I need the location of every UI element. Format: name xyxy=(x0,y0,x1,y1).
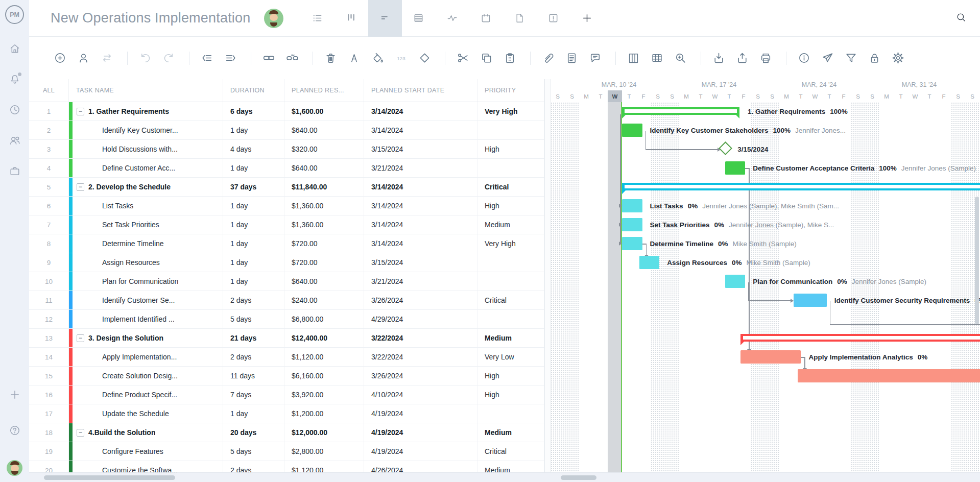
columns-icon[interactable] xyxy=(627,52,640,64)
gantt-task-bar[interactable] xyxy=(622,124,642,137)
priority-cell[interactable]: Critical xyxy=(477,291,544,309)
grid-icon[interactable] xyxy=(651,52,663,64)
table-row[interactable]: 13−3. Design the Solution21 days$12,400.… xyxy=(29,329,544,348)
tab-gantt[interactable] xyxy=(368,0,402,37)
gantt-task-bar[interactable] xyxy=(622,218,642,231)
font-color-icon[interactable] xyxy=(348,52,361,64)
task-name-cell[interactable]: Update the Schedule xyxy=(69,404,223,423)
add-tab-icon[interactable] xyxy=(570,0,604,37)
planned-res-cell[interactable]: $640.00 xyxy=(284,121,364,139)
column-header-task-name[interactable]: TASK NAME xyxy=(69,79,223,102)
planned-start-cell[interactable]: 4/19/2024 xyxy=(364,442,477,461)
planned-res-cell[interactable]: $640.00 xyxy=(284,159,364,177)
table-row[interactable]: 1−1. Gather Requirements6 days$1,600.003… xyxy=(29,102,544,121)
duration-cell[interactable]: 21 days xyxy=(223,329,284,347)
planned-start-cell[interactable]: 3/14/2024 xyxy=(364,102,477,120)
gantt-task-bar[interactable] xyxy=(622,237,642,250)
duration-cell[interactable]: 1 day xyxy=(223,121,284,139)
priority-cell[interactable]: Very High xyxy=(477,102,544,120)
pm-logo[interactable]: PM xyxy=(5,5,24,24)
collapse-toggle[interactable]: − xyxy=(77,429,84,437)
task-name-cell[interactable]: Apply Implementation... xyxy=(69,348,223,366)
numbers-icon[interactable]: 123 xyxy=(395,52,408,64)
task-name-cell[interactable]: −2. Develop the Schedule xyxy=(69,178,223,196)
indent-icon[interactable] xyxy=(224,52,237,64)
duration-cell[interactable]: 2 days xyxy=(223,461,284,472)
planned-res-cell[interactable]: $1,120.00 xyxy=(284,348,364,366)
gantt-task-bar[interactable] xyxy=(740,350,801,364)
table-hscrollbar-thumb[interactable] xyxy=(44,475,175,480)
send-icon[interactable] xyxy=(821,52,834,64)
priority-cell[interactable] xyxy=(477,310,544,328)
table-row[interactable]: 17Update the Schedule1 day$1,200.004/19/… xyxy=(29,404,544,423)
tab-doc[interactable] xyxy=(503,0,537,37)
planned-start-cell[interactable]: 3/15/2024 xyxy=(364,140,477,158)
tab-issue[interactable] xyxy=(537,0,570,37)
duration-cell[interactable]: 1 day xyxy=(223,197,284,215)
planned-res-cell[interactable]: $1,360.00 xyxy=(284,197,364,215)
planned-start-cell[interactable]: 3/26/2024 xyxy=(364,367,477,385)
task-name-cell[interactable]: Hold Discussions with... xyxy=(69,140,223,158)
import-icon[interactable] xyxy=(712,52,725,64)
zoom-in-icon[interactable] xyxy=(674,52,687,64)
planned-res-cell[interactable]: $3,920.00 xyxy=(284,385,364,404)
planned-start-cell[interactable]: 3/22/2024 xyxy=(364,348,477,366)
unlink-icon[interactable] xyxy=(286,52,299,64)
planned-start-cell[interactable]: 4/19/2024 xyxy=(364,404,477,423)
planned-res-cell[interactable]: $1,360.00 xyxy=(284,215,364,234)
column-header-duration[interactable]: DURATION xyxy=(223,79,284,102)
sidebar-home-icon[interactable] xyxy=(9,42,21,55)
duration-cell[interactable]: 1 day xyxy=(223,404,284,423)
info-icon[interactable] xyxy=(798,52,810,64)
sidebar-plus-icon[interactable] xyxy=(9,389,21,401)
planned-res-cell[interactable]: $720.00 xyxy=(284,234,364,253)
planned-res-cell[interactable]: $720.00 xyxy=(284,253,364,272)
pane-splitter[interactable] xyxy=(544,79,551,472)
table-row[interactable]: 2Identify Key Customer...1 day$640.003/1… xyxy=(29,121,544,140)
priority-cell[interactable] xyxy=(477,253,544,272)
tab-workflow[interactable] xyxy=(436,0,469,37)
priority-cell[interactable]: Very Low xyxy=(477,348,544,366)
planned-start-cell[interactable]: 3/21/2024 xyxy=(364,272,477,291)
planned-res-cell[interactable]: $6,800.00 xyxy=(284,310,364,328)
planned-start-cell[interactable]: 4/19/2024 xyxy=(364,423,477,442)
duration-cell[interactable]: 5 days xyxy=(223,310,284,328)
task-name-cell[interactable]: −3. Design the Solution xyxy=(69,329,223,347)
gantt-task-bar[interactable] xyxy=(622,199,642,212)
planned-res-cell[interactable]: $240.00 xyxy=(284,291,364,309)
planned-start-cell[interactable]: 4/26/2024 xyxy=(364,461,477,472)
table-row[interactable]: 11Identify Customer Se...2 days$240.003/… xyxy=(29,291,544,310)
outdent-icon[interactable] xyxy=(201,52,213,64)
notes-icon[interactable] xyxy=(565,52,578,64)
table-row[interactable]: 19Configure Features5 days$2,800.004/19/… xyxy=(29,442,544,461)
priority-cell[interactable]: Medium xyxy=(477,461,544,472)
duration-cell[interactable]: 2 days xyxy=(223,348,284,366)
gear-icon[interactable] xyxy=(892,52,904,64)
priority-cell[interactable] xyxy=(477,159,544,177)
table-row[interactable]: 4Define Customer Acc...1 day$640.003/21/… xyxy=(29,159,544,178)
add-user-icon[interactable] xyxy=(77,52,90,64)
table-row[interactable]: 6List Tasks1 day$1,360.003/14/2024High xyxy=(29,197,544,215)
table-row[interactable]: 7Set Task Priorities1 day$1,360.003/14/2… xyxy=(29,215,544,234)
priority-cell[interactable] xyxy=(477,272,544,291)
table-row[interactable]: 12Implement Identified ...5 days$6,800.0… xyxy=(29,310,544,329)
task-name-cell[interactable]: Determine Timeline xyxy=(69,234,223,253)
planned-start-cell[interactable]: 3/26/2024 xyxy=(364,291,477,309)
planned-res-cell[interactable]: $11,840.00 xyxy=(284,178,364,196)
priority-cell[interactable]: Critical xyxy=(477,178,544,196)
table-row[interactable]: 10Plan for Communication1 day$640.003/21… xyxy=(29,272,544,291)
gantt-summary-bar[interactable] xyxy=(740,334,980,342)
cut-icon[interactable] xyxy=(457,52,469,64)
tab-list[interactable] xyxy=(301,0,334,37)
planned-res-cell[interactable]: $1,120.00 xyxy=(284,461,364,472)
table-row[interactable]: 8Determine Timeline1 day$720.003/14/2024… xyxy=(29,234,544,253)
table-row[interactable]: 14Apply Implementation...2 days$1,120.00… xyxy=(29,348,544,367)
priority-cell[interactable]: Critical xyxy=(477,442,544,461)
planned-res-cell[interactable]: $12,400.00 xyxy=(284,329,364,347)
table-row[interactable]: 18−4.Build the Solution20 days$12,000.00… xyxy=(29,423,544,442)
planned-res-cell[interactable]: $12,000.00 xyxy=(284,423,364,442)
duration-cell[interactable]: 1 day xyxy=(223,234,284,253)
task-name-cell[interactable]: Identify Key Customer... xyxy=(69,121,223,139)
collapse-toggle[interactable]: − xyxy=(77,334,84,342)
planned-start-cell[interactable]: 4/10/2024 xyxy=(364,385,477,404)
